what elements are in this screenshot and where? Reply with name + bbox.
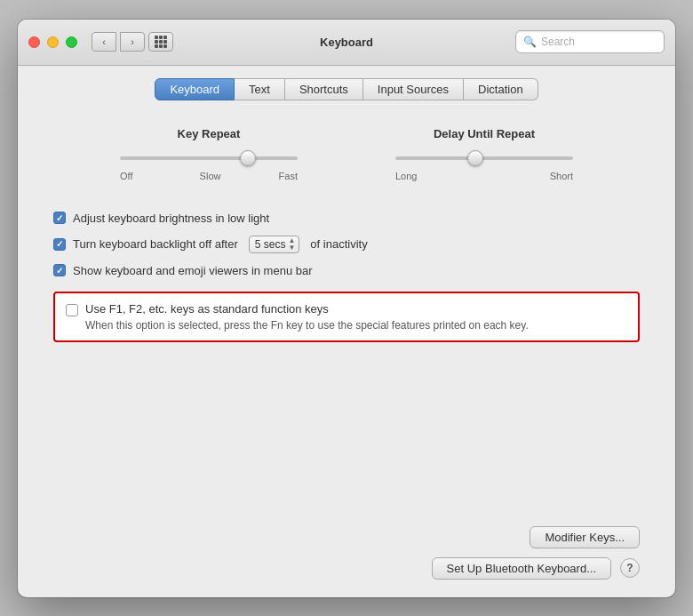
footer-row: Set Up Bluetooth Keyboard... ?: [53, 557, 640, 580]
key-repeat-min-label: Off: [120, 171, 132, 181]
nav-buttons: ‹ ›: [92, 32, 145, 52]
main-content: Key Repeat Off Slow Fast Delay Until Rep…: [18, 109, 675, 597]
checkboxes-section: Adjust keyboard brightness in low light …: [53, 212, 640, 277]
delay-repeat-max-label: Short: [550, 171, 573, 181]
fn-keys-text: Use F1, F2, etc. keys as standard functi…: [85, 302, 529, 332]
back-icon: ‹: [102, 36, 106, 47]
key-repeat-max-label: Fast: [279, 171, 298, 181]
titlebar: ‹ › Keyboard 🔍: [18, 20, 675, 66]
emoji-label: Show keyboard and emoji viewers in menu …: [73, 264, 313, 277]
dropdown-arrows-icon: ▲ ▼: [288, 237, 295, 252]
backlight-checkbox[interactable]: [53, 238, 66, 251]
maximize-button[interactable]: [66, 36, 77, 48]
fn-keys-row: Use F1, F2, etc. keys as standard functi…: [66, 302, 627, 332]
tab-shortcuts[interactable]: Shortcuts: [285, 78, 363, 100]
minimize-button[interactable]: [47, 36, 59, 48]
brightness-row: Adjust keyboard brightness in low light: [53, 212, 640, 225]
delay-repeat-min-label: Long: [395, 171, 417, 181]
tab-bar: Keyboard Text Shortcuts Input Sources Di…: [18, 66, 675, 109]
key-repeat-sublabels: Off Slow Fast: [120, 171, 298, 181]
modifier-keys-button[interactable]: Modifier Keys...: [530, 526, 640, 548]
bottom-buttons: Modifier Keys... Set Up Bluetooth Keyboa…: [53, 526, 640, 580]
window-title: Keyboard: [320, 36, 373, 49]
delay-repeat-track: [395, 156, 573, 160]
grid-button[interactable]: [148, 32, 173, 52]
tab-keyboard[interactable]: Keyboard: [155, 78, 235, 100]
delay-repeat-label: Delay Until Repeat: [434, 127, 535, 140]
emoji-checkbox[interactable]: [53, 264, 66, 276]
tab-input-sources[interactable]: Input Sources: [363, 78, 464, 100]
backlight-dropdown[interactable]: 5 secs ▲ ▼: [249, 236, 300, 253]
backlight-dropdown-value: 5 secs: [255, 238, 286, 251]
backlight-label-before: Turn keyboard backlight off after: [73, 237, 238, 251]
backlight-label-after: of inactivity: [310, 237, 367, 251]
brightness-checkbox[interactable]: [53, 212, 66, 224]
key-repeat-label: Key Repeat: [178, 127, 241, 140]
traffic-lights: [28, 36, 77, 48]
key-repeat-group: Key Repeat Off Slow Fast: [120, 127, 298, 181]
fn-keys-checkbox[interactable]: [66, 304, 78, 316]
fn-keys-box: Use F1, F2, etc. keys as standard functi…: [53, 292, 640, 342]
key-repeat-thumb[interactable]: [240, 150, 256, 166]
delay-repeat-group: Delay Until Repeat Long Short: [395, 127, 573, 181]
backlight-row: Turn keyboard backlight off after 5 secs…: [53, 236, 640, 253]
delay-repeat-slider-container[interactable]: [395, 149, 573, 167]
tab-dictation[interactable]: Dictation: [464, 78, 538, 100]
back-button[interactable]: ‹: [92, 32, 116, 52]
tab-text[interactable]: Text: [235, 78, 285, 100]
forward-button[interactable]: ›: [120, 32, 145, 52]
sliders-section: Key Repeat Off Slow Fast Delay Until Rep…: [53, 118, 640, 190]
key-repeat-slider-container[interactable]: [120, 149, 298, 167]
search-box[interactable]: 🔍: [515, 30, 665, 53]
delay-repeat-sublabels: Long Short: [395, 171, 573, 181]
search-input[interactable]: [541, 36, 657, 48]
close-button[interactable]: [28, 36, 40, 48]
brightness-label: Adjust keyboard brightness in low light: [73, 212, 269, 225]
fn-keys-description: When this option is selected, press the …: [85, 319, 529, 332]
key-repeat-track: [120, 156, 298, 160]
key-repeat-mid-label: Slow: [200, 171, 221, 181]
emoji-row: Show keyboard and emoji viewers in menu …: [53, 264, 640, 277]
forward-icon: ›: [131, 36, 134, 47]
bluetooth-keyboard-button[interactable]: Set Up Bluetooth Keyboard...: [432, 557, 611, 580]
fn-keys-label: Use F1, F2, etc. keys as standard functi…: [85, 302, 529, 316]
grid-icon: [155, 36, 167, 48]
search-icon: 🔍: [523, 36, 537, 48]
help-button[interactable]: ?: [620, 558, 640, 578]
delay-repeat-thumb[interactable]: [467, 150, 483, 166]
keyboard-preferences-window: ‹ › Keyboard 🔍 Keyboard Text Short: [18, 20, 675, 597]
